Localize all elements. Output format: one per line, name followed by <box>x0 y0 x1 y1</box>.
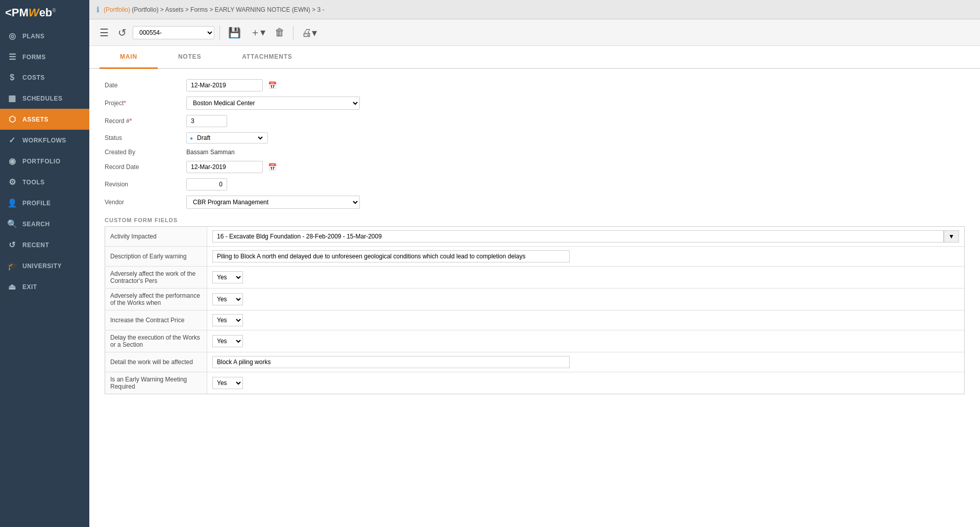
description-label: Description of Early warning <box>105 247 207 267</box>
increase-price-select[interactable]: Yes No <box>212 314 243 326</box>
table-row: Detail the work will be affected <box>105 352 965 372</box>
sidebar-item-profile[interactable]: 👤 PROFILE <box>0 193 89 213</box>
project-select[interactable]: Boston Medical Center <box>186 97 360 110</box>
sidebar-item-label: ASSETS <box>22 116 48 123</box>
table-row: Is an Early Warning Meeting Required Yes… <box>105 372 965 394</box>
table-row: Description of Early warning <box>105 247 965 267</box>
sidebar-item-label: SCHEDULES <box>22 95 63 102</box>
sidebar-item-costs[interactable]: $ COSTS <box>0 67 89 88</box>
form-area: Date 📅 Project* Boston Medical Center Re… <box>89 69 980 527</box>
record-date-label: Record Date <box>105 163 186 171</box>
date-label: Date <box>105 82 186 89</box>
list-button[interactable]: ☰ <box>96 25 112 41</box>
yes-no-wrapper-4: Yes No <box>212 335 959 347</box>
delay-execution-value: Yes No <box>207 330 965 352</box>
ewm-required-label: Is an Early Warning Meeting Required <box>105 372 207 394</box>
delay-execution-select[interactable]: Yes No <box>212 335 243 347</box>
sidebar-item-search[interactable]: 🔍 SEARCH <box>0 213 89 234</box>
record-date-calendar-icon[interactable]: 📅 <box>268 163 277 171</box>
save-button[interactable]: 💾 <box>225 25 244 41</box>
sidebar-nav: ◎ PLANS ☰ FORMS $ COSTS ▦ SCHEDULES ⬡ AS… <box>0 26 89 527</box>
sidebar-item-assets[interactable]: ⬡ ASSETS <box>0 109 89 130</box>
adversely-perf-label: Adversely affect the performance of the … <box>105 289 207 310</box>
yes-no-wrapper-2: Yes No <box>212 293 959 305</box>
sidebar-item-forms[interactable]: ☰ FORMS <box>0 46 89 67</box>
adversely-work-select[interactable]: Yes No <box>212 271 243 283</box>
history-button[interactable]: ↺ <box>115 25 130 41</box>
sidebar-item-exit[interactable]: ⏏ EXIT <box>0 276 89 297</box>
table-row: Increase the Contract Price Yes No <box>105 310 965 330</box>
table-row: Adversely affect the work of the Contrac… <box>105 267 965 289</box>
print-button[interactable]: 🖨▾ <box>299 25 320 41</box>
sidebar-item-label: EXIT <box>22 283 37 291</box>
sidebar-item-label: PORTFOLIO <box>22 158 61 165</box>
record-input[interactable] <box>186 115 227 127</box>
activity-impacted-label: Activity Impacted <box>105 227 207 247</box>
activity-dropdown-btn[interactable]: ▼ <box>944 230 959 243</box>
delay-execution-label: Delay the execution of the Works or a Se… <box>105 330 207 352</box>
sidebar: <PMWeb® ◎ PLANS ☰ FORMS $ COSTS ▦ SCHEDU… <box>0 0 89 527</box>
table-row: Adversely affect the performance of the … <box>105 289 965 310</box>
recent-icon: ↺ <box>7 240 17 250</box>
university-icon: 🎓 <box>7 261 17 271</box>
table-row: Delay the execution of the Works or a Se… <box>105 330 965 352</box>
activity-row: ▼ <box>212 230 959 243</box>
custom-form-section-header: CUSTOM FORM FIELDS <box>105 217 965 223</box>
date-calendar-icon[interactable]: 📅 <box>268 81 277 89</box>
sidebar-item-label: FORMS <box>22 54 46 61</box>
main-content: ℹ (Portfolio) (Portfolio) > Assets > For… <box>89 0 980 527</box>
sidebar-item-recent[interactable]: ↺ RECENT <box>0 234 89 255</box>
info-icon[interactable]: ℹ <box>96 5 100 14</box>
created-by-label: Created By <box>105 149 186 156</box>
yes-no-wrapper-3: Yes No <box>212 314 959 326</box>
add-button[interactable]: ＋▾ <box>247 23 268 41</box>
sidebar-item-workflows[interactable]: ✓ WORKFLOWS <box>0 130 89 151</box>
sidebar-item-portfolio[interactable]: ◉ PORTFOLIO <box>0 151 89 172</box>
tab-attachments[interactable]: ATTACHMENTS <box>222 46 312 69</box>
description-input[interactable] <box>212 250 570 262</box>
date-input[interactable] <box>186 79 263 91</box>
custom-form-table: Activity Impacted ▼ Description of Early… <box>105 226 965 394</box>
detail-work-value <box>207 352 965 372</box>
adversely-perf-select[interactable]: Yes No <box>212 293 243 305</box>
forms-icon: ☰ <box>7 52 17 62</box>
status-dot-icon: ● <box>190 135 193 141</box>
created-by-value: Bassam Samman <box>186 149 235 156</box>
detail-work-input[interactable] <box>212 356 570 368</box>
record-date-wrapper: 📅 <box>186 161 277 173</box>
vendor-select[interactable]: CBR Program Management <box>186 196 360 209</box>
portfolio-icon: ◉ <box>7 156 17 166</box>
logo: <PMWeb® <box>5 6 56 19</box>
tab-main[interactable]: MAIN <box>100 46 158 69</box>
breadcrumb: (Portfolio) (Portfolio) > Assets > Forms… <box>104 6 325 13</box>
toolbar: ☰ ↺ 000554- 💾 ＋▾ 🗑 🖨▾ <box>89 19 980 46</box>
tab-notes[interactable]: NOTES <box>158 46 222 69</box>
date-wrapper: 📅 <box>186 79 277 91</box>
record-selector[interactable]: 000554- <box>133 26 214 39</box>
sidebar-item-schedules[interactable]: ▦ SCHEDULES <box>0 88 89 109</box>
sidebar-item-university[interactable]: 🎓 UNIVERSITY <box>0 255 89 276</box>
ewm-required-select[interactable]: Yes No <box>212 377 243 389</box>
project-row: Project* Boston Medical Center <box>105 97 965 110</box>
adversely-work-label: Adversely affect the work of the Contrac… <box>105 267 207 289</box>
activity-input[interactable] <box>212 230 944 243</box>
revision-input[interactable] <box>186 178 227 190</box>
status-row: Status ● Draft <box>105 132 965 143</box>
toolbar-separator-1 <box>219 26 220 40</box>
breadcrumb-portfolio-link[interactable]: (Portfolio) <box>104 6 130 13</box>
status-label: Status <box>105 134 186 141</box>
assets-icon: ⬡ <box>7 114 17 124</box>
vendor-row: Vendor CBR Program Management <box>105 196 965 209</box>
adversely-work-value: Yes No <box>207 267 965 289</box>
sidebar-item-label: WORKFLOWS <box>22 137 66 144</box>
record-date-input[interactable] <box>186 161 263 173</box>
yes-no-wrapper-5: Yes No <box>212 377 959 389</box>
delete-button[interactable]: 🗑 <box>272 25 288 40</box>
status-select[interactable]: Draft <box>195 134 264 142</box>
sidebar-item-tools[interactable]: ⚙ TOOLS <box>0 172 89 193</box>
schedules-icon: ▦ <box>7 93 17 103</box>
table-row: Activity Impacted ▼ <box>105 227 965 247</box>
description-value <box>207 247 965 267</box>
sidebar-item-plans[interactable]: ◎ PLANS <box>0 26 89 46</box>
sidebar-item-label: COSTS <box>22 74 45 81</box>
